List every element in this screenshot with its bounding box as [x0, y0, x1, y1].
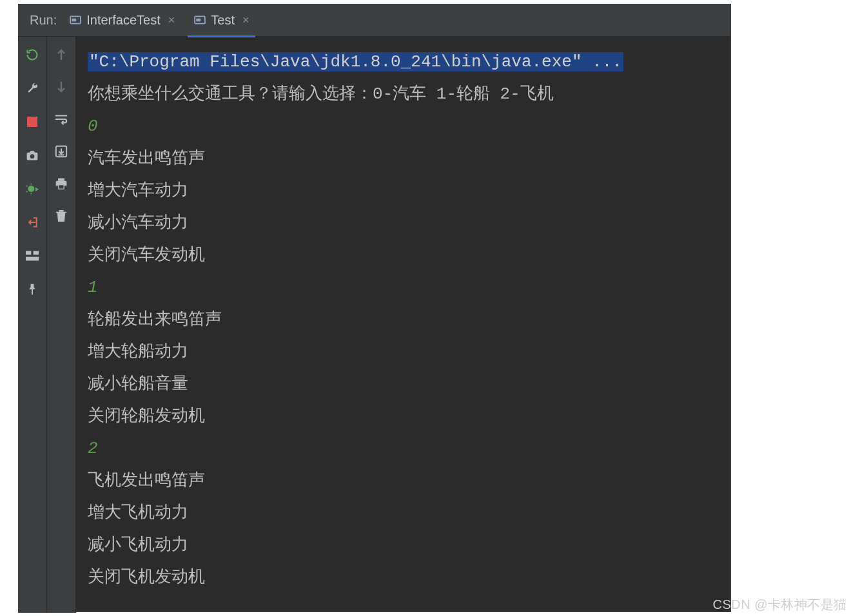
soft-wrap-icon[interactable]	[54, 111, 69, 127]
svg-rect-3	[197, 19, 201, 22]
rerun-icon[interactable]	[24, 47, 40, 63]
bug-run-icon[interactable]	[24, 181, 40, 197]
stop-icon[interactable]	[24, 114, 40, 130]
user-input: 0	[88, 110, 719, 142]
layout-icon[interactable]	[24, 248, 40, 264]
output-line: 增大轮船动力	[88, 336, 719, 368]
run-tab-icon	[194, 14, 206, 26]
print-icon[interactable]	[54, 176, 69, 191]
run-tab-icon	[70, 14, 81, 26]
user-input: 1	[88, 271, 719, 303]
svg-line-9	[26, 186, 28, 187]
trash-icon[interactable]	[54, 208, 69, 224]
output-line: 汽车发出鸣笛声	[88, 142, 719, 175]
output-line: 减小轮船音量	[88, 368, 719, 400]
svg-rect-13	[34, 251, 39, 255]
output-line: 增大飞机动力	[88, 497, 719, 529]
tab-interfacetest[interactable]: InterfaceTest ×	[63, 5, 181, 35]
tab-test[interactable]: Test ×	[188, 5, 255, 37]
svg-rect-12	[26, 251, 31, 255]
output-line: 关闭轮船发动机	[88, 400, 719, 432]
output-line: 轮船发出来鸣笛声	[88, 303, 719, 336]
run-tool-window: Run: InterfaceTest × Test ×	[18, 4, 731, 612]
camera-icon[interactable]	[24, 148, 40, 163]
svg-rect-4	[27, 117, 37, 127]
toolbar-secondary	[47, 37, 76, 613]
svg-rect-23	[59, 210, 63, 212]
scroll-to-end-icon[interactable]	[54, 144, 69, 159]
output-line: 增大汽车动力	[88, 175, 719, 207]
tab-label: Test	[211, 13, 235, 28]
arrow-up-icon[interactable]	[54, 47, 69, 63]
watermark: CSDN @卡林神不是猫	[712, 596, 847, 613]
arrow-down-icon[interactable]	[54, 79, 69, 95]
toolbar-left	[18, 37, 47, 613]
user-input: 2	[88, 432, 719, 465]
output-line: 关闭汽车发动机	[88, 239, 719, 271]
svg-rect-1	[72, 19, 77, 22]
console-output[interactable]: "C:\Program Files\Java\jdk1.8.0_241\bin\…	[76, 37, 731, 613]
wrench-icon[interactable]	[24, 81, 40, 96]
svg-line-10	[26, 191, 28, 192]
svg-point-5	[30, 154, 35, 159]
console-command: "C:\Program Files\Java\jdk1.8.0_241\bin\…	[88, 46, 719, 78]
console-prompt: 你想乘坐什么交通工具？请输入选择：0-汽车 1-轮船 2-飞机	[88, 78, 719, 110]
output-line: 飞机发出鸣笛声	[88, 465, 719, 497]
output-line: 减小汽车动力	[88, 207, 719, 239]
close-icon[interactable]: ×	[168, 14, 175, 27]
close-icon[interactable]: ×	[242, 14, 249, 27]
run-header: Run: InterfaceTest × Test ×	[18, 4, 731, 37]
output-line: 减小飞机动力	[88, 529, 719, 561]
svg-point-6	[28, 186, 34, 192]
exit-icon[interactable]	[24, 215, 40, 230]
run-label: Run:	[30, 13, 57, 28]
svg-rect-22	[59, 185, 64, 189]
pin-icon[interactable]	[24, 282, 40, 297]
tab-label: InterfaceTest	[86, 13, 161, 28]
svg-rect-14	[26, 257, 39, 261]
output-line: 关闭飞机发动机	[88, 561, 719, 593]
